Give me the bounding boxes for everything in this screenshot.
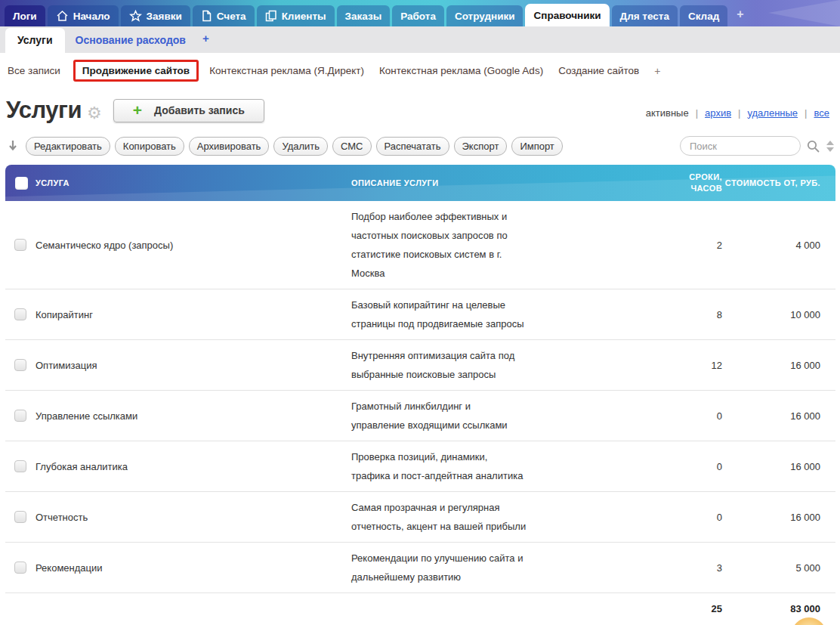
table-row[interactable]: Отчетность Самая прозрачная и регулярная… [5,492,835,543]
total-hours: 25 [657,603,722,614]
nav-tab-zayavki[interactable]: Заявки [121,5,190,26]
add-category-button[interactable]: + [654,65,660,77]
service-name: Семантическо ядро (запросы) [36,240,351,251]
archive-button[interactable]: Архивировать [189,137,270,156]
filter-separator: | [804,107,807,119]
service-description: Внутренняя оптимизация сайта под выбранн… [351,346,657,384]
filter-tab-kontekst-google[interactable]: Контекстная реклама (Google Ads) [379,65,543,76]
view-filters: активные | архив | удаленные | все [646,107,832,119]
nav-tab-sklad[interactable]: Склад [680,5,727,26]
nav-tab-label: Справочники [533,10,601,21]
table-row[interactable]: Управление ссылками Грамотный линкбилдин… [5,391,835,441]
table-row[interactable]: Семантическо ядро (запросы) Подбор наибо… [5,201,835,289]
nav-tab-label: Счета [217,11,246,22]
nav-tab-label: Сотрудники [455,11,515,22]
service-name: Рекомендации [36,562,351,574]
service-description: Рекомендации по улучшению сайта и дальне… [351,549,657,586]
nav-tab-label: Клиенты [282,11,326,22]
nav-tab-label: Заказы [345,11,382,22]
directory-tabs: Услуги Основание расходов + [0,26,840,53]
service-price: 16 000 [722,410,835,422]
delete-button[interactable]: Удалить [273,137,328,156]
sort-down-icon [826,147,834,152]
nav-tab-klienty[interactable]: Клиенты [257,5,335,26]
page-title: Услуги [6,97,82,124]
home-icon [56,10,69,22]
service-price: 4 000 [722,240,835,251]
filter-tab-prodvizhenie-saitov-highlighted[interactable]: Продвижение сайтов [73,60,199,82]
edit-button[interactable]: Редактировать [26,137,110,156]
service-description: Подбор наиболее эффективных и частотных … [351,207,657,283]
plus-icon: + [133,102,142,118]
service-description: Проверка позиций, динамики, трафика и по… [351,447,657,485]
filter-link-deleted[interactable]: удаленные [747,107,798,119]
nav-tab-rabota[interactable]: Работа [392,5,444,26]
service-name: Глубокая аналитика [36,461,351,472]
service-price: 5 000 [722,562,835,574]
column-header-price[interactable]: СТОИМОСТЬ ОТ, РУБ. [722,178,835,187]
table-row[interactable]: Глубокая аналитика Проверка позиций, дин… [5,441,835,492]
filter-tab-vse-zapisi[interactable]: Все записи [8,65,60,76]
nav-tab-nachalo[interactable]: Начало [48,5,119,26]
add-record-button[interactable]: + Добавить запись [113,99,264,122]
row-checkbox[interactable] [14,460,26,472]
service-hours: 8 [657,309,722,320]
add-directory-tab-button[interactable]: + [196,26,215,53]
nav-decoration-triangle [768,0,840,26]
row-checkbox[interactable] [14,562,26,574]
filter-link-archive[interactable]: архив [705,107,731,119]
actions-toolbar: Редактировать Копировать Архивировать Уд… [0,131,840,162]
table-row[interactable]: Рекомендации Рекомендации по улучшению с… [5,543,835,593]
nav-tab-label: Работа [400,11,436,22]
import-button[interactable]: Импорт [511,137,562,156]
service-name: Оптимизация [36,360,351,371]
service-price: 10 000 [722,309,835,320]
add-nav-tab-button[interactable]: + [737,8,743,21]
copy-button[interactable]: Копировать [115,137,184,156]
nav-tab-sotrudniki[interactable]: Сотрудники [446,5,523,26]
filter-tab-sozdanie-saitov[interactable]: Создание сайтов [558,65,639,76]
gear-icon[interactable]: ⚙ [87,105,102,122]
nav-tab-zakazy[interactable]: Заказы [337,5,391,26]
service-hours: 12 [657,360,722,371]
filter-link-all[interactable]: все [814,107,830,119]
row-checkbox[interactable] [14,511,26,523]
service-hours: 0 [657,512,722,523]
nav-tab-spravochniki-active[interactable]: Справочники [525,4,609,26]
nav-tab-dlya-testa[interactable]: Для теста [612,5,678,26]
nav-tab-logi[interactable]: Логи [5,5,45,26]
row-checkbox[interactable] [14,410,26,422]
export-button[interactable]: Экспорт [454,137,508,156]
print-button[interactable]: Распечатать [376,137,449,156]
column-header-hours[interactable]: СРОКИ, ЧАСОВ [657,172,722,194]
filter-tab-kontekst-yandex[interactable]: Контекстная реклама (Я.Директ) [209,65,364,76]
move-down-arrow-icon[interactable] [8,139,18,153]
header-checkbox-cell [5,177,36,190]
sort-arrows[interactable] [826,141,834,152]
service-description: Базовый копирайтинг на целевые страницы … [351,295,657,333]
nav-tab-label: Для теста [620,11,669,22]
service-hours: 2 [657,240,722,251]
tab-uslugi[interactable]: Услуги [5,28,65,53]
nav-tab-scheta[interactable]: Счета [193,5,255,26]
tab-osnovanie-rashodov[interactable]: Основание расходов [65,28,196,53]
search-input[interactable] [680,136,801,156]
category-filter-row: Все записи Продвижение сайтов Контекстна… [0,53,840,87]
document-icon [201,10,212,22]
row-checkbox[interactable] [14,359,26,371]
column-header-description[interactable]: ОПИСАНИЕ УСЛУГИ [351,178,657,187]
row-checkbox[interactable] [14,239,26,251]
table-row[interactable]: Копирайтинг Базовый копирайтинг на целев… [5,289,835,340]
table-row[interactable]: Оптимизация Внутренняя оптимизация сайта… [5,340,835,391]
column-header-service[interactable]: УСЛУГА [36,178,351,187]
table-header: УСЛУГА ОПИСАНИЕ УСЛУГИ СРОКИ, ЧАСОВ СТОИ… [5,165,835,201]
total-price: 83 000 [722,603,835,614]
search-icon[interactable] [806,139,820,153]
select-all-checkbox[interactable] [15,177,28,190]
row-checkbox[interactable] [14,308,26,320]
filter-separator: | [696,107,698,119]
nav-tab-label: Склад [688,11,719,22]
service-name: Копирайтинг [36,309,351,320]
table-totals-row: 25 83 000 [5,593,835,625]
sms-button[interactable]: СМС [332,137,371,156]
